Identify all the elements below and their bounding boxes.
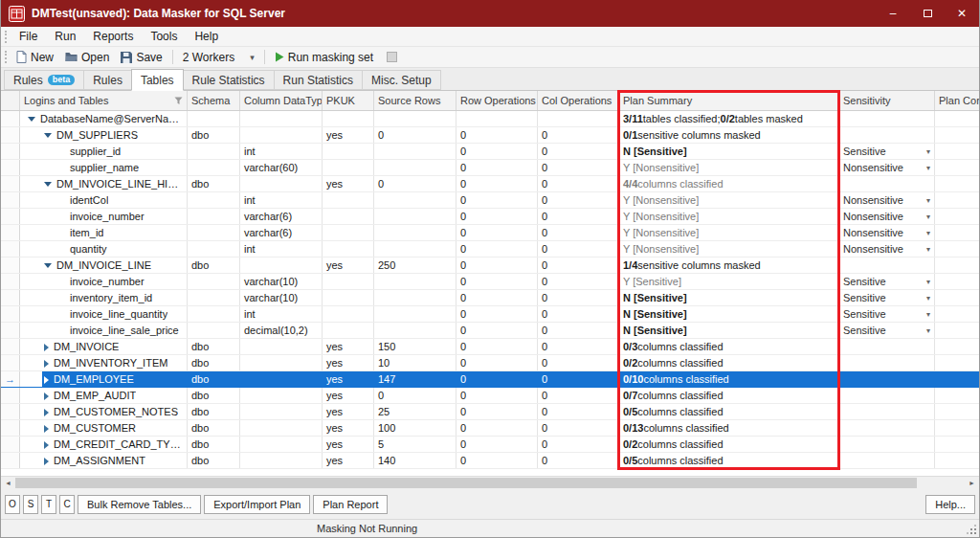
table-row[interactable]: DM_INVENTORY_ITEMdboyes10000/2 columns c… bbox=[1, 355, 979, 371]
sensitivity-cell[interactable]: Sensitive▾ bbox=[839, 274, 935, 289]
tab-run-statistics[interactable]: Run Statistics bbox=[274, 70, 363, 90]
sensitivity-dropdown-icon[interactable]: ▾ bbox=[926, 294, 930, 303]
tab-rules-beta[interactable]: Rules beta bbox=[4, 70, 84, 90]
table-row[interactable]: DM_CUSTOMER_NOTESdboyes25000/5 columns c… bbox=[1, 404, 979, 420]
col-header-logins-and-tables[interactable]: Logins and Tables bbox=[20, 91, 188, 110]
menu-run[interactable]: Run bbox=[46, 27, 84, 46]
menu-reports[interactable]: Reports bbox=[84, 27, 142, 46]
scrollbar-track[interactable] bbox=[15, 477, 965, 489]
table-row[interactable]: DM_SUPPLIERSdboyes0000/1 sensitive colum… bbox=[1, 127, 979, 144]
footer-button-s[interactable]: S bbox=[23, 495, 38, 514]
sensitivity-cell[interactable]: Sensitive▾ bbox=[839, 290, 935, 305]
col-header-column-datatype[interactable]: Column DataType bbox=[240, 91, 323, 110]
plan-report-button[interactable]: Plan Report bbox=[313, 495, 388, 514]
help-button[interactable]: Help... bbox=[925, 495, 975, 514]
table-row[interactable]: DM_ASSIGNMENTdboyes140000/5 columns clas… bbox=[1, 453, 979, 469]
expand-row-icon[interactable] bbox=[44, 360, 49, 368]
menu-help[interactable]: Help bbox=[186, 27, 227, 46]
table-row[interactable]: DM_CUSTOMERdboyes100000/13 columns class… bbox=[1, 420, 979, 437]
source-rows-cell bbox=[374, 192, 457, 208]
column-row[interactable]: invoice_numbervarchar(10)00Y [Sensitive]… bbox=[1, 274, 979, 290]
scrollbar-thumb[interactable] bbox=[15, 478, 917, 488]
column-row[interactable]: supplier_idint00N [Sensitive]Sensitive▾ bbox=[1, 144, 979, 160]
footer-button-c[interactable]: C bbox=[59, 495, 75, 514]
database-row[interactable]: DatabaseName@ServerName\In...3/11 tables… bbox=[1, 111, 979, 127]
save-button[interactable]: Save bbox=[115, 49, 167, 66]
sensitivity-dropdown-icon[interactable]: ▾ bbox=[926, 147, 930, 156]
workers-dropdown[interactable]: 2 Workers ▾ bbox=[177, 50, 260, 65]
sensitivity-cell[interactable]: Nonsensitive▾ bbox=[839, 160, 935, 175]
table-row[interactable]: DM_INVOICE_LINE_HISTORYdboyes0004/4 colu… bbox=[1, 176, 979, 192]
column-row[interactable]: supplier_namevarchar(60)00Y [Nonsensitiv… bbox=[1, 160, 979, 176]
bulk-remove-tables-button[interactable]: Bulk Remove Tables... bbox=[78, 495, 201, 514]
collapse-row-icon[interactable] bbox=[28, 117, 35, 122]
sensitivity-cell[interactable]: Nonsensitive▾ bbox=[839, 225, 935, 240]
sensitivity-dropdown-icon[interactable]: ▾ bbox=[926, 326, 930, 335]
sensitivity-cell[interactable]: Sensitive▾ bbox=[839, 306, 935, 322]
menu-file[interactable]: File bbox=[11, 27, 46, 46]
sensitivity-dropdown-icon[interactable]: ▾ bbox=[926, 164, 930, 172]
tab-rule-statistics[interactable]: Rule Statistics bbox=[183, 70, 275, 90]
expand-row-icon[interactable] bbox=[44, 441, 49, 449]
sensitivity-cell[interactable]: Sensitive▾ bbox=[839, 323, 935, 338]
scroll-right-button[interactable]: ► bbox=[965, 477, 979, 489]
horizontal-scrollbar[interactable]: ◄ ► bbox=[1, 476, 979, 489]
minimize-button[interactable]: – bbox=[876, 0, 910, 27]
new-button[interactable]: New bbox=[11, 49, 59, 66]
sensitivity-dropdown-icon[interactable]: ▾ bbox=[926, 278, 930, 286]
table-row[interactable]: DM_EMP_AUDITdboyes0000/7 columns classif… bbox=[1, 388, 979, 404]
menu-tools[interactable]: Tools bbox=[142, 27, 186, 46]
expand-row-icon[interactable] bbox=[44, 376, 49, 384]
col-header-pkuk[interactable]: PKUK bbox=[323, 91, 374, 110]
table-row[interactable]: DM_INVOICEdboyes150000/3 columns classif… bbox=[1, 339, 979, 355]
column-row[interactable]: invoice_line_quantityint00N [Sensitive]S… bbox=[1, 306, 979, 323]
maximize-button[interactable] bbox=[910, 0, 945, 27]
footer-button-o[interactable]: O bbox=[5, 495, 20, 514]
sensitivity-cell[interactable]: Sensitive▾ bbox=[839, 144, 935, 159]
sensitivity-cell[interactable]: Nonsensitive▾ bbox=[839, 192, 935, 208]
column-row[interactable]: inventory_item_idvarchar(10)00N [Sensiti… bbox=[1, 290, 979, 306]
collapse-row-icon[interactable] bbox=[44, 182, 52, 187]
column-row[interactable]: item_idvarchar(6)00Y [Nonsensitive]Nonse… bbox=[1, 225, 979, 241]
col-header-col-operations[interactable]: Col Operations bbox=[538, 91, 619, 110]
column-row[interactable]: identColint00Y [Nonsensitive]Nonsensitiv… bbox=[1, 192, 979, 209]
col-header-plan-summary[interactable]: Plan Summary bbox=[619, 91, 839, 110]
col-header-row-operations[interactable]: Row Operations bbox=[457, 91, 538, 110]
sensitivity-dropdown-icon[interactable]: ▾ bbox=[926, 213, 930, 221]
sensitivity-dropdown-icon[interactable]: ▾ bbox=[926, 196, 930, 205]
col-header-plan-comments[interactable]: Plan Comm bbox=[935, 91, 979, 110]
expand-row-icon[interactable] bbox=[44, 458, 49, 465]
plan-comments-cell bbox=[935, 453, 979, 468]
table-row[interactable]: DM_INVOICE_LINEdboyes250001/4 sensitive … bbox=[1, 258, 979, 274]
expand-row-icon[interactable] bbox=[44, 425, 49, 433]
col-header-schema[interactable]: Schema bbox=[188, 91, 240, 110]
expand-row-icon[interactable] bbox=[44, 392, 49, 400]
sensitivity-cell[interactable]: Nonsensitive▾ bbox=[839, 209, 935, 224]
column-row[interactable]: invoice_numbervarchar(6)00Y [Nonsensitiv… bbox=[1, 209, 979, 225]
tab-tables[interactable]: Tables bbox=[131, 69, 184, 91]
tab-rules[interactable]: Rules bbox=[83, 70, 132, 90]
resize-grip[interactable] bbox=[965, 523, 976, 534]
expand-row-icon[interactable] bbox=[44, 409, 49, 416]
sensitivity-dropdown-icon[interactable]: ▾ bbox=[926, 245, 930, 254]
collapse-row-icon[interactable] bbox=[44, 133, 52, 138]
filter-icon[interactable] bbox=[174, 97, 183, 105]
col-header-source-rows[interactable]: Source Rows bbox=[374, 91, 457, 110]
sensitivity-dropdown-icon[interactable]: ▾ bbox=[926, 310, 930, 319]
collapse-row-icon[interactable] bbox=[44, 263, 52, 268]
col-header-sensitivity[interactable]: Sensitivity bbox=[839, 91, 935, 110]
expand-row-icon[interactable] bbox=[44, 344, 49, 351]
export-import-plan-button[interactable]: Export/Import Plan bbox=[204, 495, 310, 514]
column-row[interactable]: quantityint00Y [Nonsensitive]Nonsensitiv… bbox=[1, 241, 979, 258]
sensitivity-cell[interactable]: Nonsensitive▾ bbox=[839, 241, 935, 257]
sensitivity-dropdown-icon[interactable]: ▾ bbox=[926, 229, 930, 237]
column-row[interactable]: invoice_line_sale_pricedecimal(10,2)00N … bbox=[1, 323, 979, 339]
open-button[interactable]: Open bbox=[59, 49, 115, 66]
tab-misc-setup[interactable]: Misc. Setup bbox=[362, 70, 441, 90]
table-row[interactable]: DM_CREDIT_CARD_TYPEdboyes5000/2 columns … bbox=[1, 437, 979, 453]
table-row[interactable]: →DM_EMPLOYEEdboyes147000/10 columns clas… bbox=[1, 371, 979, 388]
scroll-left-button[interactable]: ◄ bbox=[1, 477, 15, 489]
footer-button-t[interactable]: T bbox=[41, 495, 56, 514]
run-masking-set-button[interactable]: Run masking set bbox=[269, 49, 379, 66]
close-button[interactable]: ✕ bbox=[945, 0, 979, 27]
